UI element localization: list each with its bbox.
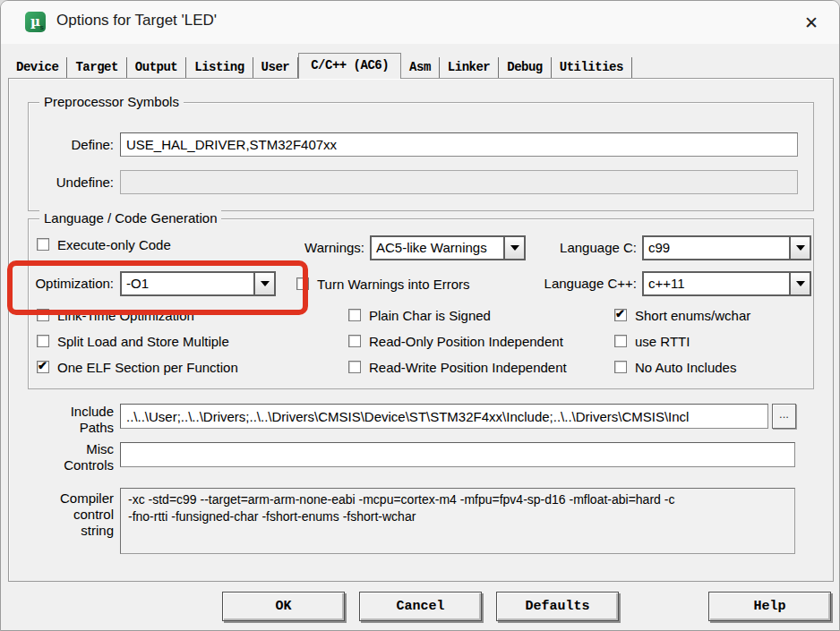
checkbox-label: No Auto Includes bbox=[635, 361, 736, 375]
undefine-label: Undefine: bbox=[28, 170, 114, 194]
language-c-dropdown[interactable]: c99 bbox=[642, 235, 811, 260]
link-time-optimization-checkbox[interactable]: Link-Time Optimization bbox=[37, 309, 194, 323]
uvision-logo-icon: µ s bbox=[25, 12, 46, 32]
compiler-control-string-label: Compiler control string bbox=[28, 490, 114, 539]
warnings-value: AC5-like Warnings bbox=[372, 237, 503, 259]
tab-output[interactable]: Output bbox=[127, 57, 186, 78]
checkbox-box[interactable] bbox=[37, 309, 49, 321]
checkbox-label: Read-Only Position Independent bbox=[369, 335, 563, 349]
preprocessor-symbols-legend: Preprocessor Symbols bbox=[39, 94, 184, 109]
short-enums-wchar-checkbox[interactable]: Short enums/wchar bbox=[614, 309, 750, 323]
execute-only-code-checkbox[interactable]: Execute-only Code bbox=[37, 238, 171, 252]
plain-char-is-signed-checkbox[interactable]: Plain Char is Signed bbox=[348, 309, 491, 323]
read-write-position-independent-checkbox[interactable]: Read-Write Position Independent bbox=[348, 361, 567, 375]
window-title: Options for Target 'LED' bbox=[56, 12, 217, 30]
checkbox-label: Turn Warnings into Errors bbox=[317, 277, 470, 292]
split-load-store-multiple-checkbox[interactable]: Split Load and Store Multiple bbox=[37, 335, 229, 349]
no-auto-includes-checkbox[interactable]: No Auto Includes bbox=[614, 361, 736, 375]
tab-asm[interactable]: Asm bbox=[401, 57, 440, 78]
language-cpp-dropdown[interactable]: c++11 bbox=[642, 271, 811, 296]
chevron-down-icon[interactable] bbox=[253, 273, 274, 294]
chevron-down-icon[interactable] bbox=[503, 237, 524, 259]
tab-linker[interactable]: Linker bbox=[440, 57, 499, 78]
checkbox-box[interactable] bbox=[614, 361, 627, 373]
tab-debug[interactable]: Debug bbox=[499, 57, 552, 78]
use-rtti-checkbox[interactable]: use RTTI bbox=[614, 335, 690, 349]
tab-user[interactable]: User bbox=[253, 57, 299, 78]
logo-sub: s bbox=[40, 23, 44, 31]
checkbox-box[interactable] bbox=[296, 277, 309, 290]
undefine-input[interactable] bbox=[120, 170, 798, 194]
close-icon[interactable]: ✕ bbox=[798, 10, 825, 35]
checkbox-box[interactable] bbox=[37, 238, 49, 251]
preprocessor-symbols-group: Preprocessor Symbols bbox=[28, 102, 814, 211]
language-cpp-label: Language C++: bbox=[531, 271, 637, 295]
checkbox-box[interactable] bbox=[348, 361, 361, 373]
tab-strip: Device Target Output Listing User C/C++ … bbox=[8, 52, 632, 78]
tab-c-cpp-ac6[interactable]: C/C++ (AC6) bbox=[298, 53, 401, 79]
language-cpp-value: c++11 bbox=[644, 273, 789, 294]
browse-include-paths-button[interactable]: ... bbox=[772, 404, 796, 429]
help-button[interactable]: Help bbox=[708, 592, 831, 621]
tab-utilities[interactable]: Utilities bbox=[552, 57, 632, 78]
compiler-control-string-box: -xc -std=c99 --target=arm-arm-none-eabi … bbox=[120, 488, 795, 554]
cancel-button[interactable]: Cancel bbox=[359, 592, 482, 621]
checkbox-label: Read-Write Position Independent bbox=[369, 361, 567, 375]
checkbox-box[interactable] bbox=[614, 335, 627, 347]
checkbox-box[interactable] bbox=[37, 335, 49, 347]
tab-listing[interactable]: Listing bbox=[186, 57, 253, 78]
defaults-button[interactable]: Defaults bbox=[496, 592, 619, 621]
language-c-label: Language C: bbox=[538, 235, 637, 260]
checkbox-label: Plain Char is Signed bbox=[369, 309, 491, 323]
checkbox-label: use RTTI bbox=[635, 335, 690, 349]
logo-glyph: µ bbox=[30, 15, 40, 29]
checkbox-box[interactable] bbox=[348, 335, 361, 347]
misc-controls-label: Misc Controls bbox=[28, 441, 114, 473]
language-code-generation-legend: Language / Code Generation bbox=[39, 210, 221, 226]
checkbox-box[interactable] bbox=[37, 361, 49, 373]
checkbox-label: Link-Time Optimization bbox=[57, 309, 194, 323]
chevron-down-icon[interactable] bbox=[789, 237, 810, 259]
one-elf-section-per-function-checkbox[interactable]: One ELF Section per Function bbox=[37, 361, 238, 375]
misc-controls-input[interactable] bbox=[120, 442, 795, 467]
options-dialog: µ s Options for Target 'LED' ✕ Device Ta… bbox=[0, 0, 840, 631]
language-c-value: c99 bbox=[644, 237, 789, 259]
define-label: Define: bbox=[28, 132, 114, 157]
tab-target[interactable]: Target bbox=[67, 57, 126, 78]
chevron-down-icon[interactable] bbox=[789, 273, 810, 294]
optimization-value: -O1 bbox=[122, 273, 253, 294]
optimization-label: Optimization: bbox=[28, 271, 114, 295]
checkbox-label: Short enums/wchar bbox=[635, 309, 750, 323]
define-input[interactable] bbox=[120, 132, 798, 157]
checkbox-box[interactable] bbox=[614, 309, 627, 321]
warnings-label: Warnings: bbox=[287, 235, 364, 260]
title-bar: µ s Options for Target 'LED' ✕ bbox=[1, 1, 839, 44]
warnings-dropdown[interactable]: AC5-like Warnings bbox=[370, 235, 526, 260]
checkbox-box[interactable] bbox=[348, 309, 361, 321]
include-paths-input[interactable] bbox=[120, 404, 768, 429]
optimization-dropdown[interactable]: -O1 bbox=[120, 271, 276, 296]
ok-button[interactable]: OK bbox=[222, 592, 345, 621]
checkbox-label: Split Load and Store Multiple bbox=[57, 335, 229, 349]
checkbox-label: One ELF Section per Function bbox=[57, 361, 238, 375]
turn-warnings-into-errors-checkbox[interactable]: Turn Warnings into Errors bbox=[296, 277, 470, 292]
include-paths-label: Include Paths bbox=[28, 404, 114, 436]
tab-device[interactable]: Device bbox=[8, 57, 67, 78]
read-only-position-independent-checkbox[interactable]: Read-Only Position Independent bbox=[348, 335, 563, 349]
checkbox-label: Execute-only Code bbox=[57, 238, 171, 252]
